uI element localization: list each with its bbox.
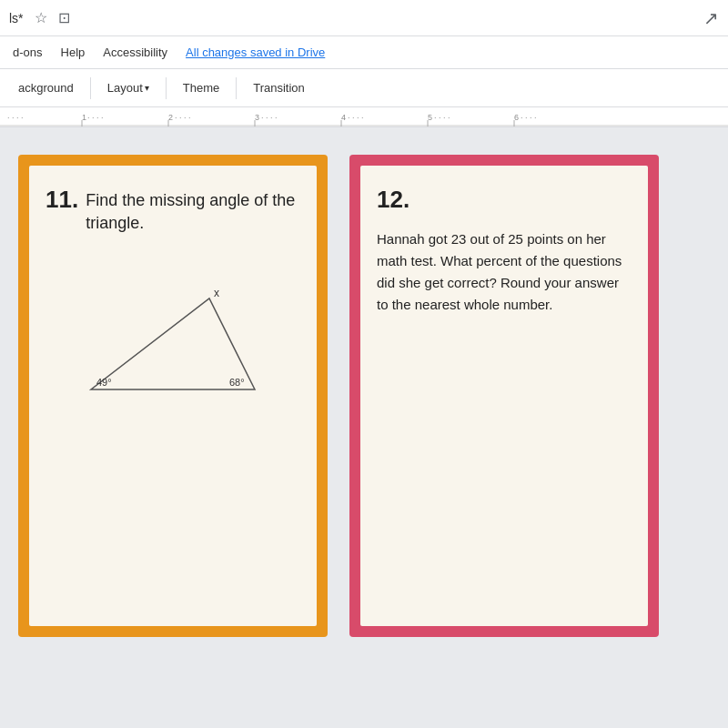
toolbar-divider-1 [90, 77, 91, 99]
menu-bar: d-ons Help Accessibility All changes sav… [0, 36, 728, 69]
svg-text:· · · ·: · · · · [175, 113, 191, 122]
svg-text:2: 2 [168, 113, 173, 122]
svg-text:· · · ·: · · · · [7, 113, 24, 122]
slide-2-text: Hannah got 23 out of 25 points on her ma… [377, 228, 632, 316]
card-inner-2: 12. Hannah got 23 out of 25 points on he… [360, 166, 648, 626]
layout-dropdown-arrow: ▾ [145, 83, 149, 93]
toolbar-divider-3 [236, 77, 237, 99]
svg-text:1: 1 [82, 113, 86, 122]
svg-text:· · · ·: · · · · [261, 113, 278, 122]
slide-card-1: 11. Find the missing angle of the triang… [18, 155, 328, 637]
transition-button[interactable]: Transition [244, 76, 314, 100]
slide-1-question: Find the missing angle of the triangle. [86, 189, 300, 235]
toolbar-divider-2 [166, 77, 167, 99]
app-title: ls* [9, 11, 24, 25]
svg-text:5: 5 [428, 113, 432, 122]
accessibility-menu[interactable]: Accessibility [96, 42, 175, 63]
save-icon[interactable]: ⊡ [58, 9, 70, 26]
svg-text:· · · ·: · · · · [521, 113, 537, 122]
card-inner-1: 11. Find the missing angle of the triang… [29, 166, 317, 626]
help-menu[interactable]: Help [54, 42, 93, 63]
toolbar: ackground Layout ▾ Theme Transition [0, 69, 728, 107]
slide-1-number: 11. [46, 186, 78, 214]
star-icon[interactable]: ☆ [35, 9, 47, 26]
svg-text:3: 3 [255, 113, 259, 122]
ruler-svg: · · · · 1 · · · · 2 · · · · 3 · · · · 4 … [0, 107, 728, 127]
svg-text:6: 6 [514, 113, 519, 122]
layout-button[interactable]: Layout ▾ [98, 76, 158, 100]
svg-marker-20 [91, 298, 255, 389]
layout-label: Layout [107, 81, 143, 95]
saved-status: All changes saved in Drive [178, 42, 332, 63]
main-content: 11. Find the missing angle of the triang… [0, 127, 728, 728]
addons-menu[interactable]: d-ons [5, 42, 50, 63]
svg-text:49°: 49° [96, 377, 112, 388]
slide-2-number: 12. [377, 186, 632, 214]
trend-icon: ↗ [703, 7, 719, 29]
svg-text:· · · ·: · · · · [87, 113, 104, 122]
svg-text:4: 4 [341, 113, 346, 122]
top-bar: ls* ☆ ⊡ ↗ [0, 0, 728, 36]
svg-text:x: x [214, 287, 219, 299]
background-button[interactable]: ackground [9, 76, 83, 100]
triangle-svg: x 49° 68° [64, 262, 282, 408]
svg-text:68°: 68° [229, 377, 245, 388]
theme-button[interactable]: Theme [174, 76, 228, 100]
ruler: · · · · 1 · · · · 2 · · · · 3 · · · · 4 … [0, 107, 728, 127]
svg-text:· · · ·: · · · · [348, 113, 364, 122]
svg-text:· · · ·: · · · · [434, 113, 450, 122]
slide-card-2: 12. Hannah got 23 out of 25 points on he… [349, 155, 659, 637]
triangle-diagram: x 49° 68° [46, 262, 300, 408]
